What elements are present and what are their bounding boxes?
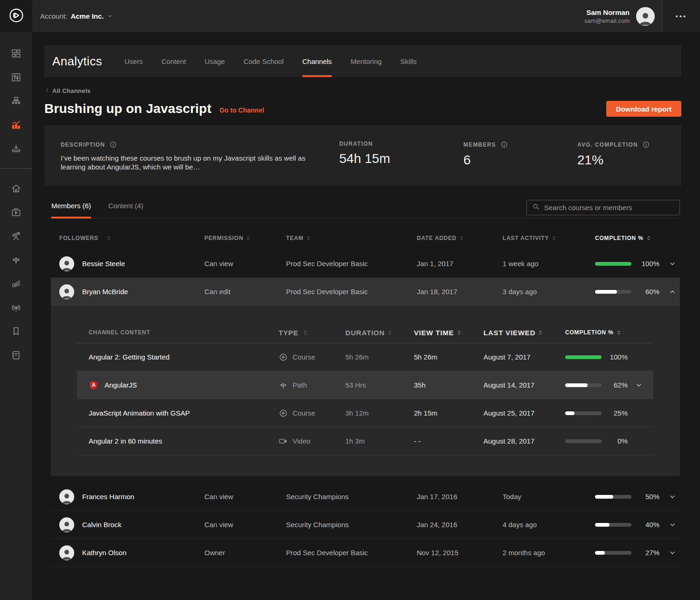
- tab-label: Skills: [400, 57, 417, 65]
- column-header-date-added[interactable]: DATE ADDED: [417, 235, 503, 241]
- tab-usage[interactable]: Usage: [204, 45, 224, 77]
- play-circle-icon: [279, 353, 288, 362]
- progress-bar: [565, 383, 602, 387]
- column-header-duration[interactable]: DURATION: [345, 329, 414, 337]
- sidebar-item-explore-telescope[interactable]: [0, 224, 32, 248]
- duration-label: DURATION: [339, 141, 373, 147]
- column-header-completion-[interactable]: COMPLETION %: [565, 329, 653, 336]
- completion-percent: 62%: [605, 381, 628, 389]
- app-logo[interactable]: [0, 0, 32, 32]
- tab-users[interactable]: Users: [125, 45, 143, 77]
- content-title-cell: Angular 2: Getting Started: [77, 353, 279, 361]
- user-avatar[interactable]: [636, 7, 655, 26]
- content-title-cell: JavaScript Animation with GSAP: [77, 409, 279, 417]
- paths-icon: [11, 254, 21, 265]
- sidebar-item-home[interactable]: [0, 176, 32, 200]
- column-label: TYPE: [279, 329, 298, 337]
- tab-mentoring[interactable]: Mentoring: [350, 45, 382, 77]
- column-header-last-activity[interactable]: LAST ACTIVITY: [503, 235, 595, 241]
- column-label: LAST VIEWED: [483, 329, 535, 337]
- member-row[interactable]: Kathryn OlsonOwnerProd Sec Developer Bas…: [51, 539, 680, 567]
- content-type: Video: [293, 437, 310, 445]
- expand-chevron[interactable]: [635, 381, 643, 389]
- tab-content[interactable]: Content: [161, 45, 186, 77]
- tab-channels[interactable]: Channels: [302, 45, 332, 77]
- sidebar-item-channels-admin[interactable]: [0, 65, 32, 89]
- tab-members-6-[interactable]: Members (6): [51, 198, 91, 218]
- content-row[interactable]: AAngularJSPath53 Hrs35hAugust 14, 201762…: [77, 371, 653, 399]
- breadcrumb[interactable]: All Channels: [44, 87, 91, 94]
- sidebar-item-hands-on[interactable]: [0, 272, 32, 296]
- member-last-activity: Today: [503, 493, 595, 501]
- member-permission: Can view: [204, 260, 286, 268]
- org-chart-icon: [11, 96, 21, 106]
- sidebar-item-dashboard[interactable]: [0, 42, 32, 65]
- tab-code-school[interactable]: Code School: [244, 45, 284, 77]
- search-input[interactable]: [544, 204, 674, 212]
- content-row[interactable]: Angular 2 in 60 minutesVideo1h 3m- -Augu…: [77, 427, 653, 455]
- collapse-chevron[interactable]: [669, 288, 676, 296]
- hands-on-icon: [11, 278, 21, 289]
- completion-percent: 60%: [635, 288, 659, 296]
- column-header-team[interactable]: TEAM: [286, 235, 417, 241]
- go-to-channel-link[interactable]: Go to Channel: [219, 106, 264, 114]
- progress-bar: [595, 551, 631, 555]
- member-row[interactable]: Frances HarmonCan viewSecurity Champions…: [51, 483, 680, 511]
- content-title: JavaScript Animation with GSAP: [89, 409, 190, 417]
- column-header-last-viewed[interactable]: LAST VIEWED: [483, 329, 565, 337]
- sidebar-item-org-chart[interactable]: [0, 89, 32, 113]
- content-type: Course: [293, 409, 315, 417]
- sidebar-item-bookmarks[interactable]: [0, 319, 32, 343]
- expand-chevron[interactable]: [669, 549, 676, 557]
- column-label: PERMISSION: [204, 235, 243, 241]
- member-row[interactable]: Bryan McBrideCan editProd Sec Developer …: [51, 278, 680, 306]
- sidebar-item-downloads[interactable]: [0, 137, 32, 161]
- completion-cell: 62%: [565, 381, 653, 389]
- column-header-completion-[interactable]: COMPLETION %: [595, 235, 680, 241]
- completion-percent: 25%: [605, 409, 628, 417]
- sort-icon: [646, 235, 651, 241]
- content-type: Path: [293, 381, 307, 389]
- content-row[interactable]: JavaScript Animation with GSAPCourse3h 1…: [77, 399, 653, 427]
- member-row[interactable]: Calvin BrockCan viewSecurity ChampionsJa…: [51, 511, 680, 539]
- member-cell: Kathryn Olson: [51, 545, 204, 560]
- info-icon[interactable]: [109, 141, 117, 148]
- info-icon[interactable]: [500, 141, 508, 148]
- sidebar-item-courses[interactable]: [0, 200, 32, 224]
- sidebar-item-paths[interactable]: [0, 248, 32, 272]
- column-header-type[interactable]: TYPE: [279, 329, 345, 337]
- tab-label: Mentoring: [350, 57, 382, 65]
- expand-chevron[interactable]: [669, 493, 676, 501]
- channel-title: Brushing up on Javascript: [44, 101, 211, 116]
- downloads-icon: [11, 143, 21, 154]
- sidebar-item-live-broadcast[interactable]: [0, 296, 32, 319]
- column-header-followers[interactable]: FOLLOWERS: [51, 235, 204, 241]
- member-permission: Can edit: [204, 288, 286, 296]
- content-duration: 5h 26m: [345, 353, 414, 361]
- member-team: Security Champions: [286, 521, 417, 529]
- account-switcher[interactable]: Account: Acme Inc.: [40, 12, 113, 20]
- description-label: DESCRIPTION: [61, 141, 105, 148]
- main-content: Analytics UsersContentUsageCode SchoolCh…: [32, 32, 700, 600]
- person-icon: [60, 519, 73, 532]
- expand-chevron[interactable]: [669, 260, 676, 268]
- column-header-channel-content: CHANNEL CONTENT: [77, 329, 279, 336]
- column-header-permission[interactable]: PERMISSION: [204, 235, 286, 241]
- column-label: DURATION: [345, 329, 385, 337]
- tab-content-4-[interactable]: Content (4): [108, 198, 143, 218]
- member-row[interactable]: Bessie SteeleCan viewProd Sec Developer …: [51, 250, 680, 278]
- sidebar-item-notes[interactable]: [0, 343, 32, 367]
- column-header-view-time[interactable]: VIEW TIME: [414, 329, 483, 337]
- sidebar-item-analytics[interactable]: [0, 113, 32, 137]
- expand-chevron[interactable]: [669, 521, 676, 529]
- progress-bar: [565, 411, 602, 415]
- more-menu-button[interactable]: •••: [663, 0, 700, 32]
- info-icon[interactable]: [642, 141, 650, 148]
- duration-value: 54h 15m: [339, 151, 390, 166]
- download-report-button[interactable]: Download report: [606, 101, 681, 117]
- sort-icon: [246, 235, 251, 241]
- content-row[interactable]: Angular 2: Getting StartedCourse5h 26m5h…: [77, 343, 653, 371]
- tab-label: Code School: [244, 57, 284, 65]
- tab-skills[interactable]: Skills: [400, 45, 417, 77]
- progress-bar: [595, 523, 631, 527]
